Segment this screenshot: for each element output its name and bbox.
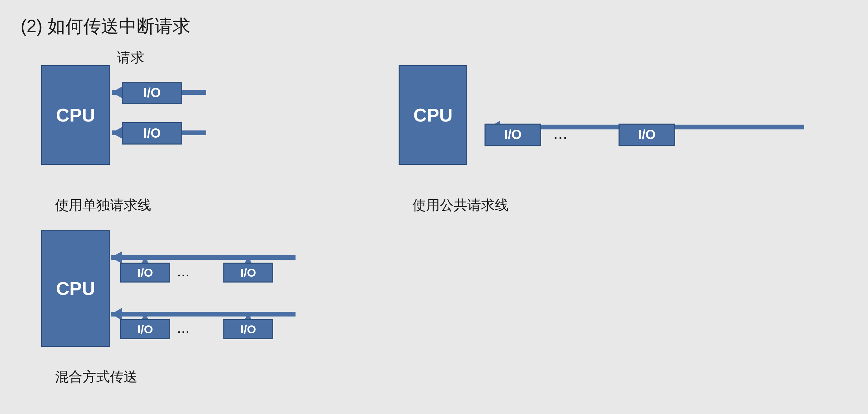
- io-box-3-1a: I/O: [120, 263, 170, 283]
- page-title: (2) 如何传送中断请求: [21, 14, 190, 38]
- dots-3-2: ···: [177, 323, 190, 340]
- request-label: 请求: [117, 48, 144, 67]
- dots-label-2: ···: [553, 127, 568, 147]
- caption-single: 使用单独请求线: [55, 196, 151, 215]
- io-box-1b: I/O: [122, 122, 182, 145]
- svg-marker-17: [111, 308, 122, 320]
- diagram-shared-request: CPU I/O ··· I/O 使用公共请求线: [378, 45, 825, 216]
- io-box-2a: I/O: [485, 124, 541, 146]
- diagram-mixed: CPU I/O ··· I/O I/O ··· I/O 混: [21, 223, 330, 388]
- dots-3-1: ···: [177, 266, 190, 283]
- caption-shared: 使用公共请求线: [412, 196, 509, 215]
- io-box-2b: I/O: [619, 124, 675, 146]
- svg-marker-11: [111, 251, 122, 264]
- svg-marker-1: [112, 86, 123, 99]
- io-box-3-1b: I/O: [223, 263, 273, 283]
- io-box-3-2a: I/O: [120, 319, 170, 339]
- caption-mixed: 混合方式传送: [55, 367, 137, 386]
- diagram2-svg: [399, 65, 811, 172]
- io-box-3-2b: I/O: [223, 319, 273, 339]
- diagram-single-request: 请求 CPU I/O I/O 使用单独请求线: [21, 45, 261, 216]
- io-box-1a: I/O: [122, 82, 182, 104]
- svg-marker-3: [112, 127, 123, 139]
